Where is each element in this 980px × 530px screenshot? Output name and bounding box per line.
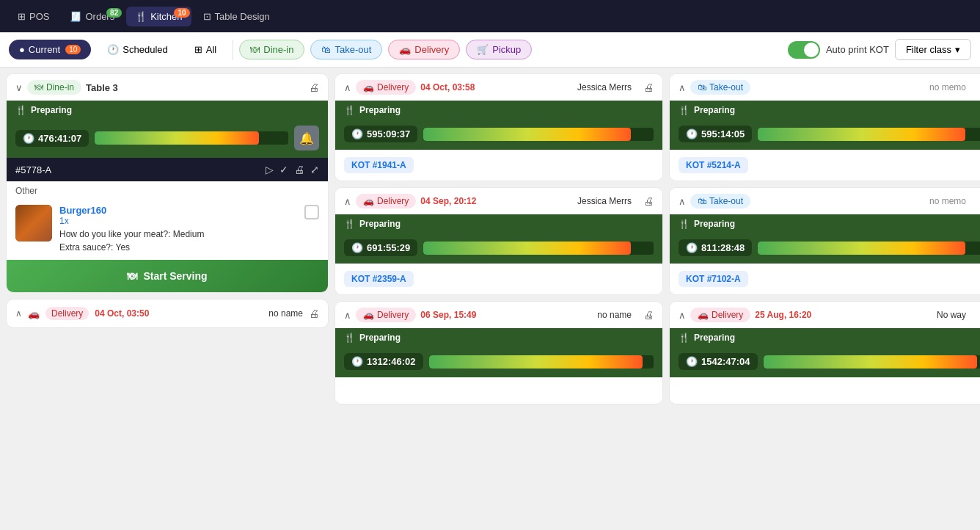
nav-kitchen[interactable]: 🍴 Kitchen 10 <box>126 7 191 26</box>
nav-table-design[interactable]: ⊡ Table Design <box>194 7 279 26</box>
progress-right3 <box>764 355 981 369</box>
mid-name-2: Jessica Merrs <box>577 196 632 206</box>
nav-orders[interactable]: 🧾 Orders 82 <box>61 7 123 26</box>
delivery-icon-mid3: 🚗 <box>363 310 374 320</box>
right-name-3: No way <box>937 310 966 320</box>
filter-current[interactable]: ● Current 10 <box>9 40 91 59</box>
timer-row-mid2: 🕐 691:55:29 <box>335 233 662 264</box>
timer-row-mid3: 🕐 1312:46:02 <box>335 347 662 377</box>
takeout-icon-right1: 🛍 <box>698 82 706 92</box>
filter-all[interactable]: ⊞ All <box>184 40 227 59</box>
filter-dine-in[interactable]: 🍽 Dine-in <box>239 40 304 59</box>
mid-delivery-tag-1: 🚗 Delivery <box>356 80 416 95</box>
timer-right3: 🕐 1542:47:04 <box>679 353 758 370</box>
timer-right2: 🕐 811:28:48 <box>679 239 752 256</box>
preparing-right3: 🍴 Preparing <box>670 328 980 347</box>
card-header-left: ∨ 🍽 Dine-in Table 3 <box>15 80 303 95</box>
start-serving-button[interactable]: 🍽 Start Serving <box>7 260 328 292</box>
print-mid2[interactable]: 🖨 <box>643 195 654 207</box>
right-delivery-tag-3: 🚗 Delivery <box>690 308 750 322</box>
preparing-right1-label: Preparing <box>694 105 735 115</box>
timer-value: 476:41:07 <box>38 133 81 144</box>
pickup-label: Pickup <box>492 44 521 55</box>
auto-print-switch[interactable] <box>788 41 820 59</box>
timer-row-right1: 🕐 595:14:05 <box>670 120 980 150</box>
dine-in-tag: 🍽 Dine-in <box>27 80 81 95</box>
left-column: ∨ 🍽 Dine-in Table 3 🖨 🍴 Preparing 🕐 476:… <box>6 73 329 524</box>
progress-bar-mid3 <box>429 355 643 369</box>
dine-in-icon: 🍽 <box>250 44 260 55</box>
timer-row: 🕐 476:41:07 🔔 <box>7 120 328 158</box>
order-actions: ▷ ✓ 🖨 ⤢ <box>266 164 319 175</box>
print-icon[interactable]: 🖨 <box>309 81 319 93</box>
right-takeout-tag-1: 🛍 Take-out <box>690 80 750 95</box>
preparing-right2: 🍴 Preparing <box>670 214 980 233</box>
collapse-chevron-mid3[interactable]: ∧ <box>344 310 351 321</box>
print-icon-collapsed[interactable]: 🖨 <box>309 308 319 319</box>
right-memo-2: no memo <box>929 196 966 206</box>
timer-mid3: 🕐 1312:46:02 <box>344 353 423 370</box>
preparing-mid1-label: Preparing <box>359 105 401 115</box>
filter-class-button[interactable]: Filter class ▾ <box>895 39 971 60</box>
print-order-button[interactable]: 🖨 <box>294 164 304 175</box>
clock-icon: 🕐 <box>107 44 119 55</box>
mid-name-3: no name <box>597 310 632 320</box>
nav-pos[interactable]: ⊞ POS <box>9 7 58 26</box>
progress-mid2 <box>423 242 654 255</box>
collapse-chevron-right1[interactable]: ∧ <box>679 82 686 93</box>
play-button[interactable]: ▷ <box>266 164 274 175</box>
timer-row-right2: 🕐 811:28:48 <box>670 233 980 264</box>
order-header: #5778-A ▷ ✓ 🖨 ⤢ <box>7 158 328 181</box>
collapse-chevron-right3[interactable]: ∧ <box>679 310 686 321</box>
collapse-chevron-mid2[interactable]: ∧ <box>344 196 351 207</box>
delivery-date-small: 04 Oct, 03:50 <box>95 308 149 319</box>
timer-right1: 🕐 595:14:05 <box>679 126 752 142</box>
print-mid3[interactable]: 🖨 <box>643 309 654 321</box>
grid-icon: ⊞ <box>194 44 202 55</box>
takeout-icon-right2: 🛍 <box>698 196 706 206</box>
filter-delivery[interactable]: 🚗 Delivery <box>388 40 460 59</box>
expand-chevron[interactable]: ∧ <box>15 308 22 319</box>
main-content: ∨ 🍽 Dine-in Table 3 🖨 🍴 Preparing 🕐 476:… <box>0 68 980 530</box>
item-checkbox[interactable] <box>304 205 319 219</box>
collapse-chevron-mid1[interactable]: ∧ <box>344 82 351 93</box>
collapse-chevron[interactable]: ∨ <box>15 82 23 93</box>
mid-card2-header: ∧ 🚗 Delivery 04 Sep, 20:12 Jessica Merrs… <box>335 188 662 214</box>
auto-print-toggle: Auto print KOT <box>788 41 889 59</box>
clock-right2-icon: 🕐 <box>686 242 698 253</box>
clock-icon: 🕐 <box>23 133 34 144</box>
delivery-icon-mid1: 🚗 <box>363 82 374 92</box>
item-qty: 1x <box>59 216 297 226</box>
right-card2-header-left: ∧ 🛍 Take-out <box>679 194 924 208</box>
middle-column: ∧ 🚗 Delivery 04 Oct, 03:58 Jessica Merrs… <box>334 73 663 524</box>
collapse-chevron-right2[interactable]: ∧ <box>679 196 686 207</box>
check-button[interactable]: ✓ <box>279 164 288 175</box>
pos-icon: ⊞ <box>18 11 26 22</box>
filter-take-out[interactable]: 🛍 Take-out <box>310 40 382 59</box>
preparing-label: Preparing <box>31 105 72 115</box>
filter-scheduled[interactable]: 🕐 Scheduled <box>97 40 178 59</box>
mid-tag-label-2: Delivery <box>377 196 409 206</box>
progress-bar-mid1 <box>423 128 630 141</box>
delivery-tag-small: Delivery <box>45 307 89 320</box>
mid-delivery-tag-3: 🚗 Delivery <box>356 308 416 322</box>
filter-class-label: Filter class <box>906 44 951 55</box>
right-takeout-tag-2: 🛍 Take-out <box>690 194 750 208</box>
dine-in-tag-icon: 🍽 <box>34 82 43 92</box>
mid-tag-label-1: Delivery <box>377 82 409 92</box>
expand-button[interactable]: ⤢ <box>310 164 319 175</box>
print-mid1[interactable]: 🖨 <box>643 81 654 93</box>
kot-badge-right2: KOT #7102-A <box>679 271 748 287</box>
right-column: ∧ 🛍 Take-out no memo 🖨 🍴 Preparing 🕐 595… <box>669 73 980 524</box>
filter-pickup[interactable]: 🛒 Pickup <box>466 40 532 59</box>
clock-right3-icon: 🕐 <box>686 356 698 367</box>
preparing-right1: 🍴 Preparing <box>670 101 980 120</box>
pickup-icon: 🛒 <box>477 44 489 55</box>
auto-print-label: Auto print KOT <box>826 44 889 55</box>
nav-pos-label: POS <box>29 11 49 22</box>
item-name: Burger160 <box>59 205 297 216</box>
right-card1-header: ∧ 🛍 Take-out no memo 🖨 <box>670 74 980 101</box>
preparing-section: 🍴 Preparing <box>7 101 328 120</box>
bell-button[interactable]: 🔔 <box>294 126 319 150</box>
clock-mid1-icon: 🕐 <box>351 128 363 139</box>
